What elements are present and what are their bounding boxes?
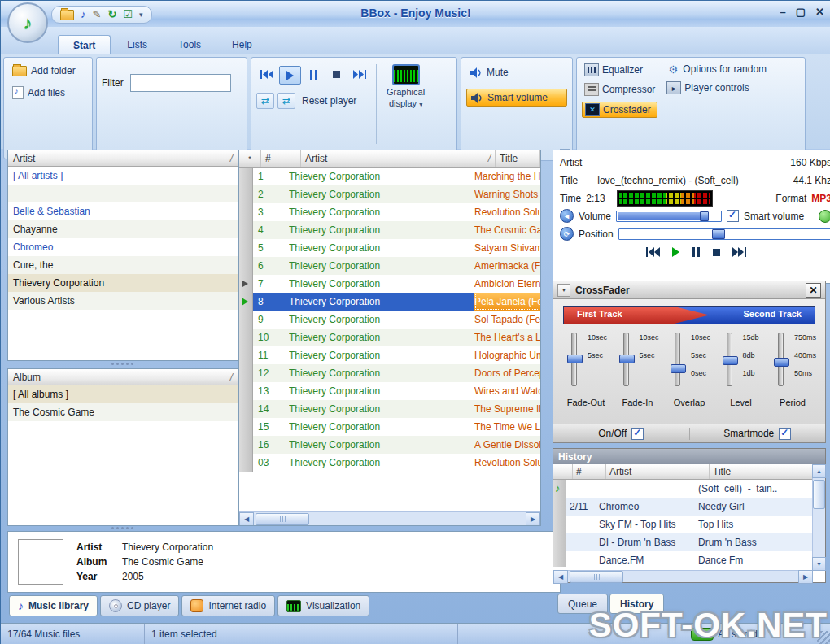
column-header-number[interactable]: # <box>261 150 301 167</box>
track-cell-title[interactable]: Doors of Percepti <box>474 364 540 382</box>
track-cell-artist[interactable]: Thievery Corporation <box>289 293 474 311</box>
smartmode-checkbox[interactable] <box>779 428 791 440</box>
graphical-display-button[interactable]: Graphical display ▾ <box>383 63 428 146</box>
track-row[interactable]: 12Thievery CorporationDoors of Percepti <box>239 364 540 382</box>
track-cell-artist[interactable]: Thievery Corporation <box>289 257 474 275</box>
toolbar-dropdown-icon[interactable]: ▾ <box>139 7 143 22</box>
scroll-up-icon[interactable]: ▲ <box>812 464 826 478</box>
scroll-left-icon[interactable]: ◀ <box>553 570 568 584</box>
track-cell-artist[interactable]: Thievery Corporation <box>289 311 474 329</box>
track-cell-artist[interactable]: Thievery Corporation <box>289 185 474 203</box>
tab-music-library[interactable]: ♪ Music library <box>9 595 98 616</box>
track-cell-artist[interactable]: Thievery Corporation <box>289 382 474 400</box>
artist-list-item[interactable]: Various Artists <box>8 292 238 310</box>
track-cell-title[interactable]: Revolution Solutic <box>474 454 540 472</box>
track-row[interactable]: 14Thievery CorporationThe Supreme Illus <box>239 400 540 418</box>
slider-track[interactable] <box>623 333 629 386</box>
track-cell-number[interactable]: 5 <box>253 239 289 257</box>
track-cell-title[interactable]: Ambicion Eterna ( <box>474 275 540 293</box>
tab-lists[interactable]: Lists <box>112 35 162 54</box>
scrollbar-thumb[interactable] <box>570 571 623 583</box>
scrollbar-thumb[interactable] <box>813 480 825 509</box>
column-header-artist[interactable]: Artist <box>606 464 710 479</box>
track-cell-title[interactable]: Satyam Shivam S <box>474 239 540 257</box>
history-row[interactable]: Dance.FMDance Fm <box>553 551 825 567</box>
track-cell-title[interactable]: Holographic Unive <box>474 346 540 364</box>
track-row[interactable]: 9Thievery CorporationSol Tapado (Feat <box>239 311 540 329</box>
track-cell-number[interactable]: 16 <box>253 436 289 454</box>
track-cell-title[interactable]: Wires and Watch <box>474 382 540 400</box>
track-cell-artist[interactable]: Thievery Corporation <box>289 346 474 364</box>
track-cell-number[interactable]: 11 <box>253 346 289 364</box>
mute-button[interactable]: Mute <box>466 64 567 80</box>
track-cell-artist[interactable]: Thievery Corporation <box>289 400 474 418</box>
scroll-right-icon[interactable]: ▶ <box>526 512 540 526</box>
splitter-handle[interactable] <box>7 525 237 531</box>
close-button[interactable]: ✕ <box>815 6 824 18</box>
track-cell-title[interactable]: Warning Shots (F <box>474 185 540 203</box>
track-row[interactable]: 11Thievery CorporationHolographic Unive <box>239 346 540 364</box>
artist-list-item[interactable]: Cure, the <box>8 256 238 274</box>
track-cell-artist[interactable]: Thievery Corporation <box>289 221 474 239</box>
collapse-icon[interactable]: ▼ <box>557 284 570 297</box>
track-cell-number[interactable]: 10 <box>253 329 289 346</box>
track-cell-number[interactable]: 9 <box>253 311 289 329</box>
close-icon[interactable]: ✕ <box>806 283 821 298</box>
track-cell-title[interactable]: The Time We Losl <box>474 418 540 436</box>
album-list-item[interactable]: [ All albums ] <box>8 385 238 403</box>
track-cell-number[interactable]: 3 <box>253 203 289 221</box>
pause-button[interactable] <box>692 247 701 257</box>
vertical-scrollbar[interactable]: ▲ ▼ <box>812 464 825 571</box>
scroll-right-icon[interactable]: ▶ <box>798 570 813 584</box>
slider-track[interactable] <box>571 333 577 386</box>
album-list-item[interactable]: The Cosmic Game <box>8 403 238 421</box>
tab-internet-radio[interactable]: Internet radio <box>181 595 275 616</box>
maximize-button[interactable]: ▢ <box>796 6 806 18</box>
previous-track-button[interactable] <box>646 247 660 257</box>
artist-list-item[interactable]: Chromeo <box>8 238 238 256</box>
track-cell-number[interactable]: 8 <box>253 293 289 311</box>
artist-list-item[interactable]: Chayanne <box>8 220 238 238</box>
track-cell-number[interactable]: 03 <box>253 454 289 472</box>
compressor-button[interactable]: Compressor <box>582 82 657 97</box>
track-row[interactable]: 1Thievery CorporationMarching the Hat <box>239 168 540 185</box>
track-cell-artist[interactable]: Thievery Corporation <box>289 275 474 293</box>
smart-volume-button[interactable]: Smart volume <box>466 89 567 107</box>
slider-track[interactable] <box>675 333 680 386</box>
next-track-button[interactable] <box>349 66 369 83</box>
open-folder-icon[interactable] <box>60 10 74 20</box>
reset-player-button[interactable]: Reset player <box>302 95 356 107</box>
slider-thumb[interactable] <box>723 356 738 365</box>
track-cell-artist[interactable]: Thievery Corporation <box>289 454 474 472</box>
stop-button[interactable] <box>326 66 347 83</box>
track-cell-number[interactable]: 15 <box>253 418 289 436</box>
track-row[interactable]: 4Thievery CorporationThe Cosmic Game <box>239 221 540 239</box>
column-header-title[interactable]: Title <box>496 150 540 167</box>
track-cell-artist[interactable]: Thievery Corporation <box>289 239 474 257</box>
track-cell-number[interactable]: 13 <box>253 382 289 400</box>
track-cell-title[interactable]: A Gentle Dissolve <box>474 436 540 454</box>
track-cell-title[interactable]: The Cosmic Game <box>474 221 540 239</box>
next-track-button[interactable] <box>732 247 746 257</box>
scrollbar-thumb[interactable] <box>256 513 309 525</box>
add-folder-button[interactable]: Add folder <box>9 63 87 79</box>
slider-thumb[interactable] <box>567 355 583 363</box>
slider-thumb[interactable] <box>619 355 635 363</box>
track-row[interactable]: 15Thievery CorporationThe Time We Losl <box>239 418 540 436</box>
app-orb-button[interactable]: ♪ <box>7 2 48 43</box>
tab-tools[interactable]: Tools <box>164 35 216 54</box>
track-cell-title[interactable]: Marching the Hat <box>474 168 540 185</box>
track-cell-artist[interactable]: Thievery Corporation <box>289 436 474 454</box>
position-slider[interactable] <box>618 228 830 240</box>
track-cell-title[interactable]: Pela Janela (Feat <box>474 293 540 311</box>
equalizer-button[interactable]: Equalizer <box>582 63 657 77</box>
play-button[interactable] <box>671 247 680 257</box>
track-cell-artist[interactable]: Thievery Corporation <box>289 203 474 221</box>
refresh-icon[interactable]: ↻ <box>107 7 116 22</box>
shuffle-icon[interactable]: ⇄ <box>277 93 295 109</box>
artist-list-item[interactable]: Belle & Sebastian <box>8 202 238 220</box>
artist-list-item[interactable] <box>8 185 238 202</box>
track-cell-title[interactable]: Sol Tapado (Feat <box>474 311 540 329</box>
slider-track[interactable] <box>778 333 784 386</box>
scroll-left-icon[interactable]: ◀ <box>239 512 254 526</box>
